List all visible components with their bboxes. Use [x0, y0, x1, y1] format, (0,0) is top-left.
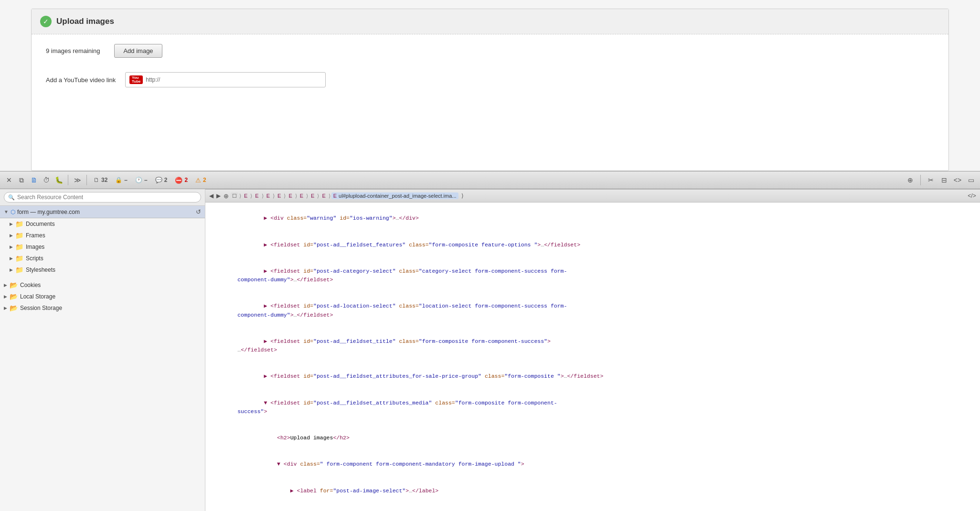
bc-item-4[interactable]: E [276, 192, 283, 199]
source-line-9[interactable]: ▼ <div class=" form-component form-compo… [205, 451, 980, 478]
bc-item-7[interactable]: E [309, 192, 316, 199]
sidebar-item-images: Images [26, 244, 44, 250]
sidebar-item-session-storage: Session Storage [20, 305, 62, 311]
chevron-right-icon-stylesheets: ▶ [10, 267, 13, 272]
close-icon[interactable]: ✕ [4, 175, 14, 185]
doc-count-badge: 🗋 32 [91, 176, 110, 184]
chevron-right-icon: ▶ [10, 222, 13, 226]
bc-separator-9: ⟩ [329, 193, 330, 199]
bc-separator-7: ⟩ [306, 193, 308, 199]
source-line-7[interactable]: ▼ <fieldset id="post-ad__fieldset_attrib… [205, 390, 980, 425]
breadcrumb-refresh[interactable]: ⊕ [223, 192, 230, 200]
warnings-badge: ⚠ 2 [192, 176, 209, 185]
sidebar-item-cookies: Cookies [20, 282, 41, 288]
tree-item-documents[interactable]: ▶ 📁 Documents [0, 218, 205, 230]
comments-icon: 💬 [155, 177, 162, 183]
folder-icon-stylesheets: 📁 [15, 266, 23, 274]
bc-item-6[interactable]: E [298, 192, 305, 199]
debugger-icon[interactable]: 🐛 [53, 175, 64, 185]
sidebar-item-frames: Frames [26, 232, 45, 239]
bc-separator-4: ⟩ [273, 193, 275, 199]
resources-icon[interactable]: 🗎 [29, 175, 39, 185]
youtube-icon: YouTube [129, 75, 143, 84]
breadcrumb-back[interactable]: ◀ [208, 192, 214, 199]
sidebar-item-stylesheets: Stylesheets [26, 266, 55, 273]
errors-badge: ⛔ 2 [172, 176, 191, 185]
sidebar-item-scripts: Scripts [26, 255, 43, 262]
tree-item-frames[interactable]: ▶ 📁 Frames [0, 230, 205, 241]
bc-separator-3: ⟩ [262, 193, 264, 199]
folder-icon-local-storage: 📂 [10, 293, 18, 300]
sidebar-item-documents: Documents [26, 221, 55, 227]
target-icon[interactable]: ⊕ [905, 175, 916, 185]
tree-item-scripts[interactable]: ▶ 📁 Scripts [0, 253, 205, 264]
source-line-8[interactable]: <h2>Upload images</h2> [205, 425, 980, 451]
tree-root-icon: ⬡ [11, 209, 15, 215]
breadcrumb-forward[interactable]: ▶ [215, 192, 222, 199]
images-remaining-label: 9 images remaining [46, 47, 100, 54]
search-input[interactable] [17, 194, 197, 201]
doc-icon: 🗋 [94, 177, 99, 183]
folder-icon-documents: 📁 [15, 220, 23, 228]
breadcrumb-dom-icon[interactable]: ☐ [231, 192, 238, 200]
timeline-icon[interactable]: ⏱ [41, 175, 52, 185]
source-line-6[interactable]: ▶ <fieldset id="post-ad__fieldset_attrib… [205, 363, 980, 390]
scissors-icon[interactable]: ✂ [926, 175, 936, 185]
success-icon: ✓ [40, 16, 52, 27]
upload-panel-header: ✓ Upload images [32, 9, 948, 34]
tree-root-item[interactable]: ▼ ⬡ form — my.gumtree.com ↺ [0, 206, 205, 218]
layers-icon[interactable]: ⊟ [939, 175, 949, 185]
youtube-input[interactable] [146, 76, 321, 83]
panel-icon[interactable]: ▭ [966, 175, 976, 185]
source-line-11[interactable]: <label for="mainImageId" style="display:… [205, 504, 980, 511]
bc-item-1[interactable]: E [242, 192, 249, 199]
html-panel: ◀ ▶ ⊕ ☐ ⟩ E ⟩ E ⟩ E ⟩ E ⟩ E ⟩ E ⟩ [205, 189, 980, 511]
folder-icon-cookies: 📂 [10, 281, 18, 289]
tree-item-local-storage[interactable]: ▶ 📂 Local Storage [0, 291, 205, 302]
tree-item-images[interactable]: ▶ 📁 Images [0, 241, 205, 253]
bc-item-8[interactable]: E [320, 192, 327, 199]
tree-item-cookies[interactable]: ▶ 📂 Cookies [0, 279, 205, 291]
search-bar: 🔍 [0, 189, 205, 206]
toolbar-separator-1 [68, 175, 68, 185]
bc-separator-6: ⟩ [295, 193, 297, 199]
timer-icon: 🕐 [135, 177, 142, 183]
source-line-10[interactable]: ▶ <label for="post-ad-image-select">…</l… [205, 478, 980, 504]
comments-badge: 💬 2 [152, 176, 170, 184]
lock-icon: 🔒 [115, 177, 122, 183]
chevron-right-icon-images: ▶ [10, 245, 13, 249]
chevron-right-icon-local-storage: ▶ [4, 294, 7, 299]
add-image-button[interactable]: Add image [114, 44, 162, 58]
resources-sidebar: 🔍 ▼ ⬡ form — my.gumtree.com ↺ ▶ 📁 [0, 189, 205, 511]
doc-count: 32 [101, 177, 107, 183]
code-icon[interactable]: <> [952, 175, 963, 185]
source-line-5[interactable]: ▶ <fieldset id="post-ad__fieldset_title"… [205, 328, 980, 363]
source-line-1[interactable]: ▶ <div class="warning" id="ios-warning">… [205, 205, 980, 232]
toolbar-separator-3 [920, 175, 921, 185]
reload-icon[interactable]: ↺ [196, 208, 201, 215]
chevron-right-icon-frames: ▶ [10, 233, 13, 238]
source-line-3[interactable]: ▶ <fieldset id="post-ad-category-select"… [205, 258, 980, 293]
detach-icon[interactable]: ⧉ [16, 175, 27, 185]
bc-separator-8: ⟩ [317, 193, 319, 199]
bc-item-3[interactable]: E [265, 192, 272, 199]
source-line-4[interactable]: ▶ <fieldset id="post-ad-location-select"… [205, 293, 980, 329]
tree-item-stylesheets[interactable]: ▶ 📁 Stylesheets [0, 264, 205, 276]
tree-item-session-storage[interactable]: ▶ 📂 Session Storage [0, 302, 205, 314]
devtools-toolbar: ✕ ⧉ 🗎 ⏱ 🐛 ≫ 🗋 32 🔒 – 🕐 – [0, 171, 980, 189]
chevron-right-icon-scripts: ▶ [10, 256, 13, 261]
edit-icon[interactable]: ⟩ [461, 192, 464, 199]
youtube-label: Add a YouTube video link [46, 76, 116, 84]
folder-icon-session-storage: 📂 [10, 304, 18, 312]
bc-separator-5: ⟩ [284, 193, 286, 199]
error-icon: ⛔ [175, 177, 182, 184]
youtube-input-wrapper: YouTube [125, 72, 326, 87]
bc-item-5[interactable]: E [287, 192, 294, 199]
folder-icon-scripts: 📁 [15, 255, 23, 262]
bc-item-2[interactable]: E [253, 192, 260, 199]
execute-icon[interactable]: ≫ [72, 175, 83, 185]
source-line-2[interactable]: ▶ <fieldset id="post-ad__fieldset_featur… [205, 232, 980, 258]
bc-item-selected[interactable]: E ul#plupload-container_post-ad_image-se… [331, 192, 458, 199]
bc-separator-1: ⟩ [239, 193, 241, 199]
html-edit-icon[interactable]: </> [967, 191, 977, 201]
